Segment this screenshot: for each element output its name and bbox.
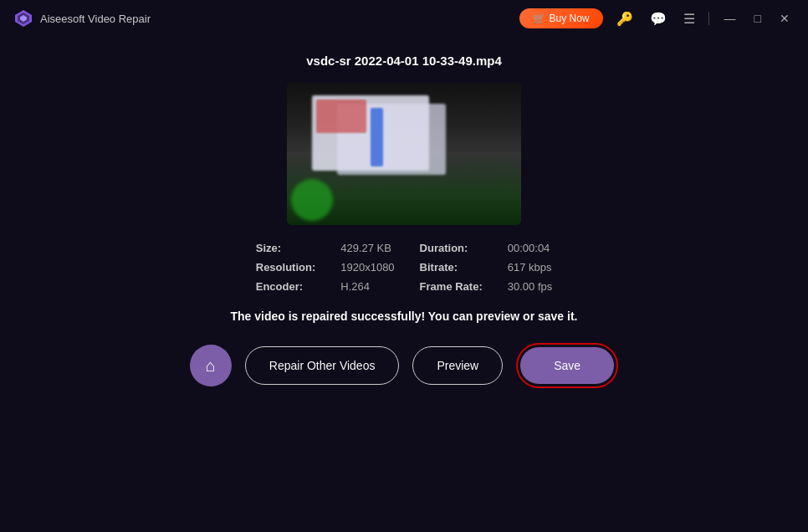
resolution-label: Resolution:	[256, 261, 316, 274]
size-value: 429.27 KB	[340, 242, 394, 254]
action-row: ⌂ Repair Other Videos Preview Save	[190, 343, 618, 388]
preview-button[interactable]: Preview	[412, 346, 503, 385]
titlebar-right: 🛒 Buy Now 🔑 💬 ☰ — □ ✕	[519, 8, 795, 28]
thumb-red	[316, 100, 366, 133]
titlebar-divider	[708, 12, 709, 25]
maximize-button[interactable]: □	[749, 10, 766, 27]
metadata-grid: Size: 429.27 KB Duration: 00:00:04 Resol…	[256, 242, 552, 293]
video-filename: vsdc-sr 2022-04-01 10-33-49.mp4	[306, 54, 501, 68]
minimize-button[interactable]: —	[719, 10, 741, 27]
duration-label: Duration:	[420, 242, 483, 254]
thumb-blue-bar	[371, 108, 383, 166]
resolution-value: 1920x1080	[340, 261, 394, 274]
save-button[interactable]: Save	[520, 347, 614, 384]
video-thumbnail	[287, 83, 521, 225]
success-message: The video is repaired successfully! You …	[231, 309, 578, 323]
home-button[interactable]: ⌂	[190, 345, 232, 386]
close-button[interactable]: ✕	[775, 10, 795, 27]
save-button-wrapper: Save	[516, 343, 618, 388]
repair-other-button[interactable]: Repair Other Videos	[245, 346, 400, 385]
titlebar: Aiseesoft Video Repair 🛒 Buy Now 🔑 💬 ☰ —…	[0, 0, 808, 37]
bitrate-label: Bitrate:	[420, 261, 483, 274]
window-controls: — □ ✕	[719, 10, 795, 27]
cart-icon: 🛒	[533, 13, 545, 24]
duration-value: 00:00:04	[508, 242, 553, 254]
titlebar-left: Aiseesoft Video Repair	[13, 8, 151, 28]
chat-icon[interactable]: 💬	[647, 9, 670, 28]
buy-now-label: Buy Now	[550, 13, 590, 24]
thumbnail-inner	[287, 83, 521, 225]
app-title: Aiseesoft Video Repair	[40, 13, 151, 25]
bitrate-value: 617 kbps	[508, 261, 553, 274]
key-icon[interactable]: 🔑	[613, 9, 637, 28]
size-label: Size:	[256, 242, 316, 254]
framerate-value: 30.00 fps	[508, 280, 553, 293]
app-logo-icon	[13, 8, 33, 28]
encoder-label: Encoder:	[256, 280, 316, 293]
home-icon: ⌂	[206, 356, 216, 376]
main-content: vsdc-sr 2022-04-01 10-33-49.mp4 Size: 42…	[0, 37, 808, 532]
framerate-label: Frame Rate:	[420, 280, 483, 293]
encoder-value: H.264	[340, 280, 394, 293]
menu-icon[interactable]: ☰	[680, 9, 698, 28]
buy-now-button[interactable]: 🛒 Buy Now	[519, 8, 603, 28]
thumb-green	[291, 179, 333, 221]
